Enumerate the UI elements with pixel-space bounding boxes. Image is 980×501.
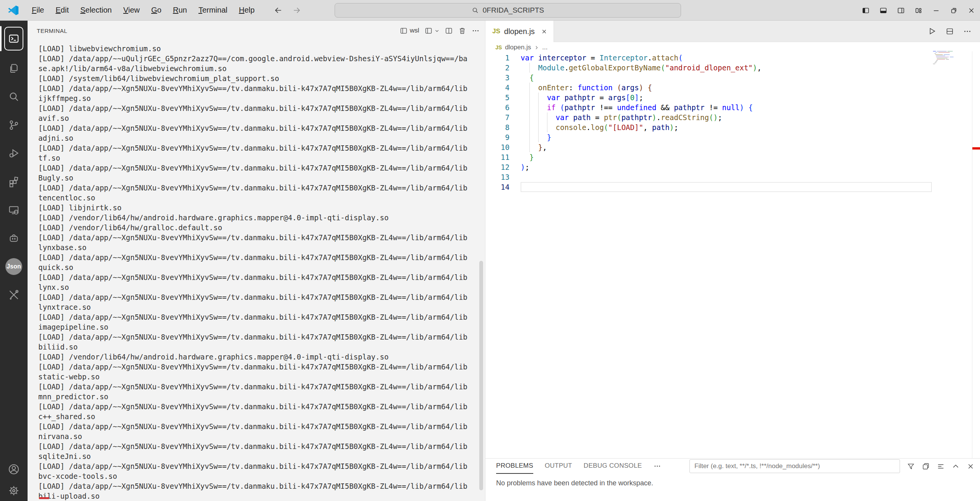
toggle-panel-icon[interactable] <box>874 0 892 21</box>
menu-help[interactable]: Help <box>233 3 260 17</box>
menu-go[interactable]: Go <box>145 3 167 17</box>
maximize-panel-icon[interactable] <box>952 462 960 470</box>
code-line-5[interactable]: 5var pathptr = args[0]; <box>485 93 980 102</box>
code-line-10[interactable]: 10}, <box>485 142 980 152</box>
line-number[interactable]: 2 <box>485 63 521 73</box>
menu-edit[interactable]: Edit <box>50 3 74 17</box>
menu-file[interactable]: File <box>26 3 50 17</box>
code-line-11[interactable]: 11} <box>485 152 980 162</box>
filter-funnel-icon[interactable] <box>907 462 915 470</box>
close-panel-icon[interactable] <box>967 462 975 470</box>
line-number[interactable]: 8 <box>485 122 521 132</box>
problems-filter-input[interactable] <box>689 459 900 473</box>
sidebar-item-explorer[interactable] <box>0 54 28 83</box>
code-line-9[interactable]: 9} <box>485 132 980 142</box>
code-line-14[interactable]: 14 <box>485 182 980 192</box>
menu-terminal[interactable]: Terminal <box>193 3 233 17</box>
search-icon <box>8 91 20 102</box>
navigate-back-icon[interactable] <box>274 6 283 15</box>
code-line-4[interactable]: 4onEnter: function (args) { <box>485 83 980 93</box>
view-as-list-icon[interactable] <box>937 462 945 470</box>
new-terminal-button[interactable] <box>425 27 439 35</box>
code-line-2[interactable]: 2Module.getGlobalExportByName("android_d… <box>485 63 980 73</box>
split-terminal-button[interactable] <box>445 27 453 35</box>
tab-close-icon[interactable] <box>541 28 547 35</box>
split-editor-button[interactable] <box>946 27 954 36</box>
javascript-file-icon: JS <box>492 28 500 35</box>
line-number[interactable]: 9 <box>485 132 521 142</box>
open-in-editor-icon[interactable] <box>922 462 930 470</box>
menu-selection[interactable]: Selection <box>75 3 118 17</box>
terminal-cursor-mark <box>39 497 49 499</box>
breadcrumb-symbol[interactable]: ... <box>542 44 547 51</box>
restore-window-icon[interactable] <box>945 0 962 21</box>
settings-button[interactable] <box>0 477 28 501</box>
run-file-button[interactable] <box>928 27 936 36</box>
play-icon <box>928 27 936 36</box>
sidebar-item-tools-extension[interactable] <box>0 281 28 309</box>
line-number[interactable]: 12 <box>485 162 521 172</box>
code-editor[interactable]: 1var interceptor = Interceptor.attach(2M… <box>485 53 980 458</box>
code-line-1[interactable]: 1var interceptor = Interceptor.attach( <box>485 53 980 63</box>
sidebar-item-run-debug[interactable] <box>0 139 28 168</box>
minimize-icon[interactable] <box>927 0 945 21</box>
editor-more-actions-button[interactable] <box>963 27 972 36</box>
sidebar-item-source-control[interactable] <box>0 111 28 139</box>
menu-view[interactable]: View <box>118 3 145 17</box>
gear-icon <box>8 485 20 497</box>
tab-dlopen-js[interactable]: JS dlopen.js <box>485 21 554 42</box>
crossed-tools-icon <box>8 289 20 301</box>
sidebar-item-json-extension[interactable]: Json <box>0 252 28 281</box>
trash-icon <box>458 27 466 35</box>
terminal-output[interactable]: [LOAD] libwebviewchromium.so [LOAD] /dat… <box>38 44 468 501</box>
line-number[interactable]: 10 <box>485 142 521 152</box>
search-text: 0FRIDA_SCRIPTS <box>483 6 544 15</box>
line-number[interactable]: 11 <box>485 152 521 162</box>
sidebar-item-extensions[interactable] <box>0 168 28 196</box>
panel-more-tabs-button[interactable] <box>653 462 661 470</box>
minimap[interactable] <box>933 51 959 64</box>
code-line-3[interactable]: 3{ <box>485 73 980 83</box>
code-line-12[interactable]: 12); <box>485 162 980 172</box>
code-line-13[interactable]: 13 <box>485 172 980 182</box>
problems-empty-message: No problems have been detected in the wo… <box>485 474 980 487</box>
robot-icon <box>8 233 20 244</box>
title-bar: FileEditSelectionViewGoRunTerminalHelp 0… <box>0 0 980 21</box>
terminal-more-actions-button[interactable] <box>472 27 480 35</box>
toggle-secondary-sidebar-icon[interactable] <box>892 0 910 21</box>
code-line-7[interactable]: 7var path = ptr(pathptr).readCString(); <box>485 112 980 122</box>
line-number[interactable]: 4 <box>485 83 521 93</box>
breadcrumb[interactable]: JS dlopen.js ... <box>485 42 980 53</box>
line-number[interactable]: 13 <box>485 172 521 182</box>
line-number[interactable]: 5 <box>485 93 521 102</box>
terminal-tab-wsl[interactable]: wsl <box>400 27 419 35</box>
breadcrumb-file[interactable]: dlopen.js <box>505 44 531 51</box>
customize-layout-icon[interactable] <box>910 0 927 21</box>
close-window-icon[interactable] <box>962 0 980 21</box>
menu-run[interactable]: Run <box>167 3 193 17</box>
panel-tab-problems[interactable]: PROBLEMS <box>496 459 533 474</box>
line-number[interactable]: 3 <box>485 73 521 83</box>
panel-tab-output[interactable]: OUTPUT <box>545 459 572 474</box>
kill-terminal-button[interactable] <box>458 27 466 35</box>
code-line-6[interactable]: 6if (pathptr !== undefined && pathptr !=… <box>485 102 980 112</box>
terminal-scrollbar-thumb[interactable] <box>479 261 483 490</box>
breadcrumb-separator-icon <box>534 45 539 50</box>
code-line-8[interactable]: 8console.log("[LOAD]", path); <box>485 122 980 132</box>
line-number[interactable]: 6 <box>485 102 521 112</box>
navigate-forward-icon[interactable] <box>292 6 301 15</box>
line-number[interactable]: 7 <box>485 112 521 122</box>
sidebar-item-terminal[interactable] <box>0 24 28 53</box>
active-item-border <box>4 27 23 50</box>
terminal-sidebar: TERMINAL wsl [LOAD] libwebviewchromium.s… <box>28 21 485 501</box>
panel-tab-debug-console[interactable]: DEBUG CONSOLE <box>584 459 642 474</box>
line-number[interactable]: 14 <box>485 182 521 192</box>
sidebar-item-copilot-chat[interactable] <box>0 224 28 252</box>
git-branch-icon <box>8 119 20 131</box>
sidebar-item-remote-explorer[interactable] <box>0 196 28 224</box>
sidebar-item-search[interactable] <box>0 83 28 111</box>
toggle-primary-sidebar-icon[interactable] <box>857 0 874 21</box>
command-center-search[interactable]: 0FRIDA_SCRIPTS <box>335 3 681 18</box>
split-editor-icon <box>946 27 954 36</box>
line-number[interactable]: 1 <box>485 53 521 63</box>
